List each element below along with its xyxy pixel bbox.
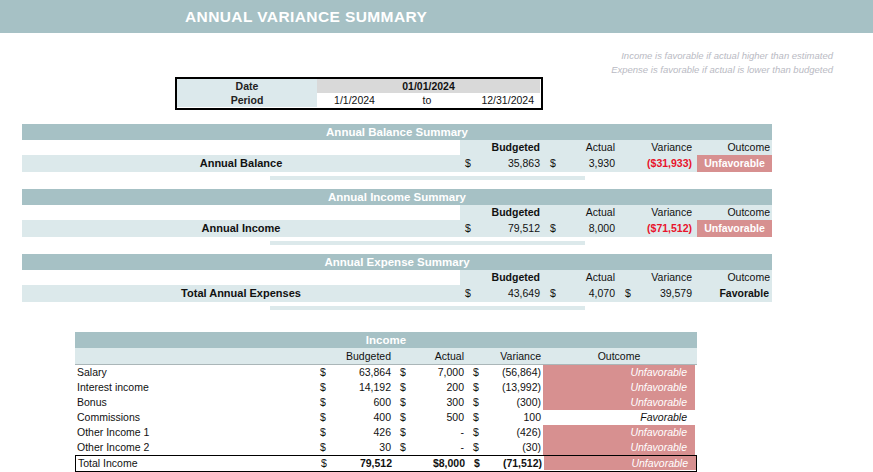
currency-symbol: $ xyxy=(320,410,326,425)
col-outcome: Outcome xyxy=(697,270,770,285)
section-title-bar: Annual Expense Summary xyxy=(22,254,772,270)
table-row-bonus: Bonus $ 600 $ 300 $ (300) Unfavorable xyxy=(75,395,697,410)
variance-value: (426) xyxy=(484,425,541,440)
actual-value: 8,000 xyxy=(560,220,615,237)
actual-value: - xyxy=(411,425,464,440)
col-budgeted: Budgeted xyxy=(480,205,540,220)
currency-symbol: $ xyxy=(400,380,406,395)
variance-value: 100 xyxy=(484,410,541,425)
variance-value: (30) xyxy=(484,440,541,455)
currency-symbol: $ xyxy=(320,425,326,440)
row-label: Total Income xyxy=(78,456,308,470)
actual-value: 4,070 xyxy=(560,285,615,302)
variance-value: ($71,512) xyxy=(635,220,692,237)
currency-symbol: $ xyxy=(321,456,327,470)
col-variance: Variance xyxy=(635,205,692,220)
date-value-cell[interactable]: 01/01/2024 xyxy=(317,79,540,93)
summary-column-headers: Budgeted Actual Variance Outcome xyxy=(22,270,772,285)
col-actual: Actual xyxy=(560,270,615,285)
currency-symbol: $ xyxy=(400,440,406,455)
currency-symbol: $ xyxy=(465,285,471,302)
annual-income-summary-section: Annual Income Summary Budgeted Actual Va… xyxy=(22,189,772,237)
budgeted-value: 43,649 xyxy=(480,285,540,302)
row-label: Commissions xyxy=(77,410,307,425)
currency-symbol: $ xyxy=(465,220,471,237)
col-actual: Actual xyxy=(560,140,615,155)
summary-column-headers: Budgeted Actual Variance Outcome xyxy=(22,140,772,155)
currency-symbol: $ xyxy=(550,155,556,172)
row-label: Annual Balance xyxy=(22,155,460,172)
col-outcome: Outcome xyxy=(697,140,770,155)
outcome-cell: Unfavorable xyxy=(544,456,696,470)
row-label: Salary xyxy=(77,365,307,380)
income-column-headers: Budgeted Actual Variance Outcome xyxy=(75,348,697,365)
col-variance: Variance xyxy=(635,270,692,285)
budgeted-value: 79,512 xyxy=(480,220,540,237)
currency-symbol: $ xyxy=(625,285,631,302)
currency-symbol: $ xyxy=(400,395,406,410)
period-start-cell[interactable]: 1/1/2024 xyxy=(317,93,392,107)
budgeted-value: 35,863 xyxy=(480,155,540,172)
table-row-interest-income: Interest income $ 14,192 $ 200 $ (13,992… xyxy=(75,380,697,395)
variance-value: ($31,933) xyxy=(635,155,692,172)
currency-symbol: $ xyxy=(473,440,479,455)
table-row-other-income-2: Other Income 2 $ 30 $ - $ (30) Unfavorab… xyxy=(75,440,697,455)
currency-symbol: $ xyxy=(320,440,326,455)
row-label: Other Income 1 xyxy=(77,425,307,440)
row-label: Other Income 2 xyxy=(77,440,307,455)
col-actual: Actual xyxy=(411,348,464,364)
outcome-cell: Unfavorable xyxy=(543,395,695,410)
outcome-cell: Unfavorable xyxy=(543,380,695,395)
currency-symbol: $ xyxy=(400,425,406,440)
currency-symbol: $ xyxy=(473,365,479,380)
actual-value: 500 xyxy=(411,410,464,425)
outcome-cell: Unfavorable xyxy=(543,365,695,380)
date-label: Date xyxy=(177,79,317,93)
row-label: Interest income xyxy=(77,380,307,395)
col-actual: Actual xyxy=(560,205,615,220)
income-table: Income Budgeted Actual Variance Outcome … xyxy=(75,332,697,472)
period-label: Period xyxy=(177,93,317,107)
col-budgeted: Budgeted xyxy=(480,270,540,285)
total-income-row: Total Income $ 79,512 $8,000 $ (71,512) … xyxy=(75,455,697,472)
summary-data-row: Total Annual Expenses $ 43,649 $ 4,070 $… xyxy=(22,285,772,302)
actual-value: 3,930 xyxy=(560,155,615,172)
summary-column-headers: Budgeted Actual Variance Outcome xyxy=(22,205,772,220)
currency-symbol: $ xyxy=(400,410,406,425)
table-row-commissions: Commissions $ 400 $ 500 $ 100 Favorable xyxy=(75,410,697,425)
actual-value: 300 xyxy=(411,395,464,410)
outcome-cell: Favorable xyxy=(543,410,695,425)
currency-symbol: $ xyxy=(400,365,406,380)
currency-symbol: $ xyxy=(320,380,326,395)
col-outcome: Outcome xyxy=(697,205,770,220)
summary-data-row: Annual Balance $ 35,863 $ 3,930 ($31,933… xyxy=(22,155,772,172)
budgeted-value: 600 xyxy=(330,395,391,410)
col-outcome: Outcome xyxy=(543,348,695,364)
col-budgeted: Budgeted xyxy=(330,348,391,364)
budgeted-value: 63,864 xyxy=(330,365,391,380)
budgeted-value: 14,192 xyxy=(330,380,391,395)
outcome-cell: Unfavorable xyxy=(543,425,695,440)
income-title-bar: Income xyxy=(75,332,697,348)
budgeted-value: 30 xyxy=(330,440,391,455)
table-row-salary: Salary $ 63,864 $ 7,000 $ (56,864) Unfav… xyxy=(75,365,697,380)
period-separator: to xyxy=(392,93,462,107)
actual-total: $8,000 xyxy=(392,456,465,470)
col-variance: Variance xyxy=(484,348,541,364)
period-end-cell[interactable]: 12/31/2024 xyxy=(462,93,540,107)
actual-value: 200 xyxy=(411,380,464,395)
budgeted-total: 79,512 xyxy=(331,456,392,470)
col-budgeted: Budgeted xyxy=(480,140,540,155)
variance-value: (56,864) xyxy=(484,365,541,380)
variance-value: (300) xyxy=(484,395,541,410)
page-header-band: ANNUAL VARIANCE SUMMARY xyxy=(0,0,873,33)
row-label: Bonus xyxy=(77,395,307,410)
note-expense-rule: Expense is favorable if actual is lower … xyxy=(611,63,833,77)
outcome-badge: Unfavorable xyxy=(697,155,772,172)
section-title-bar: Annual Balance Summary xyxy=(22,124,772,140)
actual-value: - xyxy=(411,440,464,455)
period-row: Period 1/1/2024 to 12/31/2024 xyxy=(177,93,541,107)
variance-total: (71,512) xyxy=(485,456,542,470)
currency-symbol: $ xyxy=(474,456,480,470)
currency-symbol: $ xyxy=(473,410,479,425)
